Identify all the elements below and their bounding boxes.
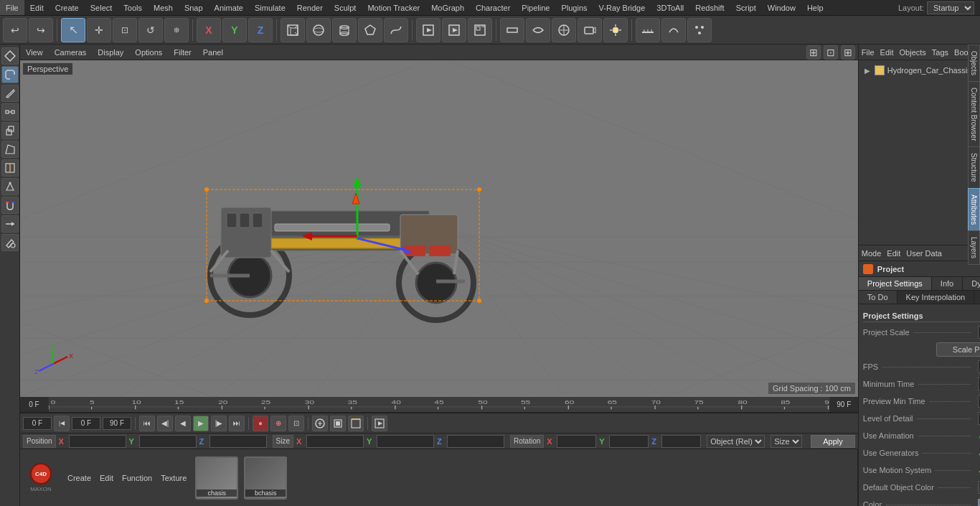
menu-vray[interactable]: V-Ray Bridge <box>593 0 651 15</box>
step-fwd-btn[interactable]: |▶ <box>211 416 227 431</box>
auto-key-btn[interactable]: ⊕ <box>270 416 286 431</box>
vp-menu-options[interactable]: Options <box>132 48 165 57</box>
menu-redshift[interactable]: Redshift <box>689 0 730 15</box>
vtab-layers[interactable]: Layers <box>968 230 980 265</box>
menu-motion-tracker[interactable]: Motion Tracker <box>362 0 425 15</box>
undo-btn[interactable]: ↩ <box>3 18 27 42</box>
current-time-field[interactable] <box>23 417 52 430</box>
menu-plugins[interactable]: Plugins <box>555 0 593 15</box>
spline-btn[interactable] <box>384 18 408 42</box>
step-back-btn[interactable]: ◀| <box>157 416 173 431</box>
start-time-field[interactable] <box>72 417 100 430</box>
play-btn[interactable]: ▶ <box>193 416 209 431</box>
size-mode-select[interactable]: Size <box>771 435 802 448</box>
apply-button[interactable]: Apply <box>811 435 855 448</box>
viewport-3d[interactable]: X Y Z Perspective Grid Spacing : 100 cm <box>20 60 858 397</box>
cube-btn[interactable] <box>281 18 305 42</box>
render-picture-btn[interactable] <box>468 18 492 42</box>
render-anim-btn[interactable] <box>372 416 387 431</box>
polygon-pen-tool[interactable] <box>1 178 19 195</box>
vtab-content-browser[interactable]: Content Browser <box>968 81 980 146</box>
mat-edit-btn[interactable]: Edit <box>97 472 116 484</box>
select-rect-tool[interactable] <box>1 66 19 83</box>
tab-dynamics[interactable]: Dynamics <box>963 277 980 290</box>
menu-help[interactable]: Help <box>801 0 829 15</box>
bevel-tool[interactable] <box>1 141 19 158</box>
key-all-btn[interactable]: ⊡ <box>288 416 304 431</box>
curve-btn[interactable] <box>348 416 364 431</box>
tab-info[interactable]: Info <box>932 277 963 290</box>
knife-tool[interactable] <box>1 85 19 102</box>
obj-file-btn[interactable]: File <box>862 48 875 57</box>
mat-texture-btn[interactable]: Texture <box>158 472 189 484</box>
menu-character[interactable]: Character <box>470 0 516 15</box>
vp-menu-filter[interactable]: Filter <box>171 48 194 57</box>
vp-lock-btn[interactable]: ⊡ <box>824 45 838 60</box>
transform-btn[interactable]: ⊕ <box>164 18 189 42</box>
slide-tool[interactable] <box>1 215 19 233</box>
z-axis-btn[interactable]: Z <box>248 18 273 42</box>
env-btn[interactable] <box>552 18 576 42</box>
vtab-attributes[interactable]: Attributes <box>968 188 980 230</box>
coord-x-pos[interactable]: 0.008 cm <box>69 435 126 448</box>
menu-select[interactable]: Select <box>85 0 118 15</box>
select-tool-btn[interactable]: ↖ <box>61 18 85 42</box>
light-btn[interactable] <box>603 18 628 42</box>
menu-file[interactable]: File <box>0 0 24 15</box>
goto-start-btn[interactable]: ⏮ <box>139 416 155 431</box>
y-axis-btn[interactable]: Y <box>222 18 247 42</box>
rot-z-val[interactable]: 0 ° <box>661 435 701 448</box>
move-points-tool[interactable] <box>1 47 19 65</box>
move-tool-btn[interactable]: ✛ <box>87 18 111 42</box>
layout-select[interactable]: Startup <box>927 1 974 14</box>
tab-project-settings[interactable]: Project Settings <box>859 277 932 290</box>
loop-cut-tool[interactable] <box>1 159 19 177</box>
particle-btn[interactable] <box>687 18 712 42</box>
subtab-key-interpolation[interactable]: Key Interpolation <box>897 291 975 304</box>
scale-tool-btn[interactable]: ⊡ <box>113 18 137 42</box>
size-z-val[interactable]: 10.191 cm <box>447 435 504 448</box>
record-btn[interactable]: ● <box>253 416 268 431</box>
render-region-btn[interactable] <box>416 18 440 42</box>
nurbs-btn[interactable] <box>500 18 524 42</box>
menu-animate[interactable]: Animate <box>209 0 249 15</box>
obj-edit-btn[interactable]: Edit <box>880 48 894 57</box>
timeline-ruler[interactable]: 0 F 0 5 10 15 <box>20 397 858 413</box>
obj-objects-btn[interactable]: Objects <box>900 48 926 57</box>
menu-snap[interactable]: Snap <box>179 0 209 15</box>
menu-render[interactable]: Render <box>291 0 329 15</box>
size-x-val[interactable]: 8.951 cm <box>306 435 364 448</box>
attr-edit-btn[interactable]: Edit <box>887 249 900 258</box>
paint-tool[interactable] <box>1 234 19 251</box>
deformer-btn[interactable] <box>526 18 550 42</box>
polygon-btn[interactable] <box>358 18 382 42</box>
menu-3dtoall[interactable]: 3DToAll <box>651 0 689 15</box>
render-active-btn[interactable] <box>442 18 466 42</box>
goto-end-btn[interactable]: ⏭ <box>229 416 245 431</box>
coord-y-pos[interactable]: 0.227 cm <box>139 435 197 448</box>
attr-content[interactable]: Project Settings Project Scale ▲ ▼ <box>859 304 980 506</box>
magnet-tool[interactable] <box>1 197 19 214</box>
redo-btn[interactable]: ↪ <box>29 18 53 42</box>
menu-mesh[interactable]: Mesh <box>148 0 179 15</box>
mat-swatch-chassis[interactable]: chasis <box>195 456 238 500</box>
extrude-tool[interactable] <box>1 122 19 139</box>
vp-menu-panel[interactable]: Panel <box>200 48 226 57</box>
sky-btn[interactable] <box>661 18 686 42</box>
mat-swatch-bchasis[interactable]: bchasis <box>244 456 287 500</box>
scale-project-button[interactable]: Scale Project... <box>936 342 980 357</box>
obj-tags-btn[interactable]: Tags <box>932 48 948 57</box>
menu-create[interactable]: Create <box>50 0 85 15</box>
menu-simulate[interactable]: Simulate <box>249 0 291 15</box>
coord-z-pos[interactable]: -136.019 cm <box>209 435 267 448</box>
mode-select[interactable]: Object (Rel) <box>707 435 765 448</box>
menu-edit[interactable]: Edit <box>24 0 50 15</box>
cylinder-btn[interactable] <box>332 18 357 42</box>
menu-script[interactable]: Script <box>730 0 762 15</box>
camera-btn[interactable] <box>578 18 602 42</box>
sphere-btn[interactable] <box>306 18 331 42</box>
attr-userdata-btn[interactable]: User Data <box>906 249 942 258</box>
menu-mograph[interactable]: MoGraph <box>425 0 470 15</box>
x-axis-btn[interactable]: X <box>197 18 221 42</box>
mat-create-btn[interactable]: Create <box>65 472 94 484</box>
